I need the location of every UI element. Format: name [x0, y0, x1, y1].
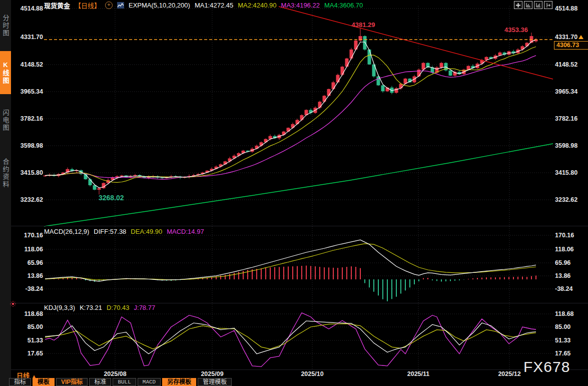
macd-diff-value: DIFF:57.38 — [94, 228, 126, 235]
price-axis-tick-label: 3598.98 — [11, 142, 43, 150]
bottom-tab-bar: 指标 模板 VIP指标 标准 BULL MACD 另存模板 管理模板 — [9, 378, 232, 386]
kdj-k-value: K:73.21 — [80, 304, 102, 311]
price-axis-tick-label: 4331.70 — [11, 33, 43, 41]
period-tag: 【日线】 — [75, 1, 101, 10]
price-axis-tick-label: 3232.62 — [11, 196, 43, 204]
kdj-axis-tick-label: 85.00 — [11, 323, 43, 331]
price-axis-tick-label: 3232.62 — [555, 196, 585, 204]
symbol-title: 现货黄金 — [44, 1, 70, 10]
kdj-axis-tick-label: 51.33 — [555, 336, 585, 344]
low-price-label: 3268.02 — [99, 194, 124, 202]
chart-type-icon — [117, 2, 124, 9]
ma2-value: MA2:4240.90 — [238, 2, 276, 9]
macd-axis-tick-label: 13.86 — [555, 272, 585, 280]
kdj-axis-tick-label: 85.00 — [555, 323, 585, 331]
price-axis-tick-label: 3598.98 — [555, 142, 585, 150]
price-axis-tick-label: 3415.80 — [11, 169, 43, 177]
expand-panel-icon[interactable] — [544, 1, 552, 9]
macd-panel-header: MACD(26,12,9) DIFF:57.38 DEA:49.90 MACD:… — [44, 228, 204, 235]
panel-divider — [11, 303, 588, 303]
tab-macd[interactable]: MACD — [138, 378, 161, 386]
price-axis-tick-label: 3415.80 — [555, 169, 585, 177]
overlay-indicator-label: EXPMA(5,10,20,200) — [129, 2, 190, 9]
time-axis-month-label: 2025/08 — [95, 370, 135, 377]
tab-templates[interactable]: 模板 — [33, 378, 55, 386]
price-axis-tick-label: 3965.34 — [11, 88, 43, 96]
macd-axis-tick-label: 118.06 — [555, 245, 585, 253]
kdj-j-value: J:78.77 — [134, 304, 156, 311]
time-axis: 日线▲ 2025/082025/092025/102025/112025/12 — [0, 370, 588, 378]
kdj-panel-header: KDJ(9,3,3) K:73.21 D:70.43 J:78.77 — [44, 304, 155, 311]
chart-toolbar — [514, 1, 552, 9]
tab-indicators[interactable]: 指标 — [9, 378, 31, 386]
macd-axis-tick-label: 65.96 — [11, 259, 43, 267]
macd-axis-tick-label: -38.24 — [555, 285, 585, 293]
tab-save-template[interactable]: 另存模板 — [162, 378, 196, 386]
price-axis-tick-label: 4148.52 — [555, 61, 585, 69]
indicator-panel-alt-icon[interactable] — [534, 1, 542, 9]
kdj-axis-tick-label: 118.68 — [555, 310, 585, 318]
macd-macd-value: MACD:14.97 — [167, 228, 204, 235]
kdj-title: KDJ(9,3,3) — [44, 304, 75, 311]
price-axis-tick-label: 4514.88 — [555, 5, 585, 13]
ma1-value: MA1:4272.45 — [195, 2, 233, 9]
panel-divider — [11, 226, 588, 226]
macd-axis-tick-label: 170.16 — [11, 231, 43, 239]
macd-axis-tick-label: 118.06 — [11, 245, 43, 253]
watermark: FX678 — [523, 358, 570, 375]
ma3-value: MA3:4196.22 — [281, 2, 320, 9]
price-axis-tick-label: 3965.34 — [555, 88, 585, 96]
macd-dea-value: DEA:49.90 — [131, 228, 162, 235]
layout-grid-icon[interactable] — [514, 1, 522, 9]
price-axis-tick-label: 4514.88 — [11, 5, 43, 13]
indicator-panel-icon[interactable] — [524, 1, 532, 9]
macd-axis-tick-label: 13.86 — [11, 272, 43, 280]
add-indicator-icon[interactable]: + — [105, 2, 113, 9]
price-axis-tick-label: 4331.70 — [555, 33, 585, 41]
chart-canvas[interactable] — [0, 0, 588, 386]
time-axis-month-label: 2025/10 — [292, 370, 332, 377]
current-price-box: 4306.73 — [554, 41, 588, 50]
macd-axis-tick-label: -38.24 — [11, 285, 43, 293]
kdj-axis-tick-label: 118.68 — [11, 310, 43, 318]
chart-header: 现货黄金 【日线】 + EXPMA(5,10,20,200) MA1:4272.… — [44, 1, 363, 10]
time-axis-month-label: 2025/11 — [398, 370, 438, 377]
kdj-axis-tick-label: 17.65 — [11, 349, 43, 357]
tab-standard[interactable]: 标准 — [89, 378, 111, 386]
tab-manage-templates[interactable]: 管理模板 — [198, 378, 232, 386]
macd-axis-tick-label: 170.16 — [555, 231, 585, 239]
tab-vip-indicators[interactable]: VIP指标 — [56, 378, 88, 386]
price-axis-tick-label: 3782.16 — [555, 115, 585, 123]
recent-high-price-label: 4353.36 — [504, 26, 528, 34]
price-axis-tick-label: 3782.16 — [11, 115, 43, 123]
time-axis-month-label: 2025/09 — [192, 370, 232, 377]
trading-app-window: 分时图 K线图 闪电图 合约资料 现货黄金 【日线】 + EXPMA(5,10,… — [0, 0, 588, 386]
kdj-axis-tick-label: 51.33 — [11, 336, 43, 344]
tab-bull[interactable]: BULL — [113, 378, 136, 386]
indicator-status-icon[interactable] — [10, 300, 17, 309]
kdj-axis-tick-label: 17.65 — [555, 349, 585, 357]
macd-axis-tick-label: 65.96 — [555, 259, 585, 267]
price-axis-tick-label: 4148.52 — [11, 61, 43, 69]
ma4-value: MA4:3606.70 — [324, 2, 363, 9]
macd-title: MACD(26,12,9) — [44, 228, 89, 235]
peak-price-label: 4381.29 — [343, 21, 383, 29]
kdj-d-value: D:70.43 — [107, 304, 130, 311]
